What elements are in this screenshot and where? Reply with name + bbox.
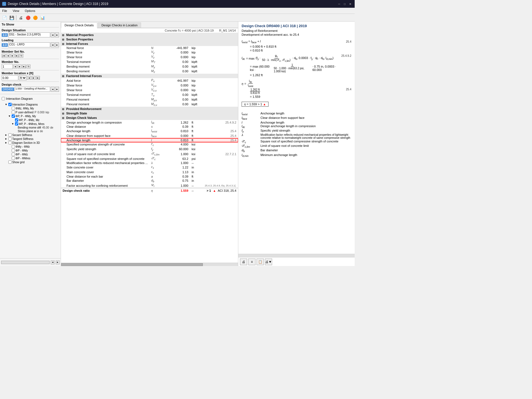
toolbar-btn-3[interactable]: 🖨 — [17, 15, 24, 21]
scroll-right[interactable]: ► — [56, 260, 60, 264]
tree-checkbox-11[interactable] — [12, 149, 15, 152]
member-last[interactable]: ►| — [22, 65, 26, 68]
loading-prev[interactable]: ◄ — [51, 42, 55, 47]
memberset-prev[interactable]: ◄ — [6, 54, 10, 58]
memberset-first[interactable]: |◄ — [2, 54, 6, 58]
toggle-internal-forces[interactable]: ⊟ — [62, 43, 64, 45]
location-last[interactable]: ►| — [36, 76, 40, 80]
scroll-left[interactable]: ◄ — [51, 260, 55, 264]
tree-checkbox-8[interactable] — [8, 137, 12, 140]
tree-item-interaction-diagrams[interactable]: ▼ Interaction Diagrams — [1, 103, 60, 106]
tree-item-phip-phimres2[interactable]: ΦP - ΦMres — [1, 156, 60, 160]
tree-item-diagram-3d[interactable]: ► Diagram Section in 3D — [1, 141, 60, 145]
tree-item-show-grid[interactable]: Show grid — [1, 160, 60, 164]
tree-item-phip-phimz[interactable]: ΦP, P - ΦMz, Mz — [1, 118, 60, 122]
tree-item-phip-phimy[interactable]: ▼ ΦP, P - ΦMy, My — [1, 114, 60, 118]
tree-checkbox-7[interactable] — [8, 133, 12, 137]
memberset-next[interactable]: ► — [11, 54, 14, 58]
right-toolbar-btn-1[interactable]: 🖨 — [240, 259, 247, 265]
tab-design-check-details[interactable]: Design Check Details — [61, 22, 97, 28]
tree-toggle-5[interactable]: ► — [4, 137, 8, 140]
toolbar-btn-1[interactable]: 📄 — [1, 15, 8, 21]
toggle-strength-state[interactable]: ⊟ — [62, 112, 64, 115]
toolbar-btn-5[interactable]: 🟠 — [32, 15, 39, 21]
tree-checkbox-9[interactable] — [8, 141, 12, 144]
memberset-last[interactable]: ►| — [15, 54, 19, 58]
toolbar-btn-4[interactable]: 🔴 — [25, 15, 31, 21]
toggle-factored[interactable]: ⊟ — [62, 75, 64, 78]
toolbar-btn-2[interactable]: 💾 — [8, 15, 15, 21]
tree-item-stress-plane[interactable]: Stress plane ar α de — [1, 129, 60, 133]
toolbar-btn-6[interactable]: 📊 — [39, 15, 46, 21]
tree-item-phip-phimz2[interactable]: ΦP - ΦMz — [1, 152, 60, 156]
memberset-refresh[interactable]: ↻ — [19, 54, 23, 58]
center-h-scrollbar[interactable] — [61, 263, 238, 266]
design-check-prev[interactable]: ◄ — [51, 87, 55, 92]
maximize-button[interactable]: □ — [342, 2, 347, 6]
member-no-input[interactable] — [2, 64, 13, 69]
right-h-scrollbar[interactable] — [238, 254, 355, 257]
tree-item-p-user[interactable]: P user-defined P 0.000 kip — [1, 110, 60, 114]
location-next[interactable]: ► — [32, 76, 35, 80]
menu-options[interactable]: Options — [24, 9, 36, 13]
member-location-input[interactable] — [2, 75, 18, 80]
toggle-section-props[interactable]: ⊟ — [62, 38, 64, 41]
tree-checkbox-1[interactable] — [8, 103, 12, 106]
design-situation-select[interactable]: DS1 - Section 2.3 (LRFD) — [8, 32, 50, 37]
design-situation-prev[interactable]: ◄ — [51, 32, 55, 37]
center-scrollbar-thumb[interactable] — [61, 263, 203, 266]
tree-checkbox-6[interactable] — [15, 122, 18, 126]
tree-checkbox-2[interactable] — [12, 107, 15, 110]
tree-item-phimz-phimy[interactable]: ΦMz, ΦMy, My — [1, 106, 60, 110]
section-internal-forces[interactable]: ⊟ Internal Forces — [61, 42, 238, 46]
location-unit-select[interactable]: ft — [19, 75, 27, 80]
section-factored-forces[interactable]: ⊟ Factored Internal Forces — [61, 74, 238, 78]
design-situation-next[interactable]: ► — [55, 32, 59, 37]
tree-checkbox-12[interactable] — [12, 153, 15, 156]
location-prev[interactable]: ◄ — [27, 76, 31, 80]
tree-toggle-2[interactable]: ▼ — [8, 114, 11, 118]
tree-item-tangent[interactable]: ► Tangent Stiffness — [1, 137, 60, 141]
minimize-button[interactable]: ─ — [337, 2, 341, 6]
tree-item-phip-phimy2[interactable]: ΦP - ΦMy — [1, 149, 60, 152]
toggle-material[interactable]: ⊟ — [62, 34, 64, 37]
toggle-design-check-values[interactable]: ⊟ — [62, 117, 64, 119]
member-next[interactable]: ► — [18, 65, 22, 68]
section-strength-state[interactable]: ⊟ Strength State — [61, 111, 238, 116]
tree-checkbox-14[interactable] — [8, 160, 12, 164]
tree-item-secant[interactable]: ► Secant Stiffness — [1, 133, 60, 137]
tree-item-phimy-phimz[interactable]: ΦMy - ΦMz — [1, 145, 60, 149]
tree-checkbox-4[interactable] — [12, 114, 15, 118]
section-section-properties[interactable]: ⊟ Section Properties — [61, 37, 238, 42]
tree-toggle-6[interactable]: ► — [4, 141, 8, 144]
section-design-check-values[interactable]: ⊟ Design Check Values — [61, 116, 238, 120]
right-toolbar-btn-3[interactable]: 📋 — [257, 259, 264, 265]
loading-select[interactable]: CO1 - LRFD — [8, 42, 50, 47]
member-prev[interactable]: ◄ — [13, 65, 17, 68]
tree-toggle-1[interactable]: ▼ — [4, 103, 8, 106]
design-check-select[interactable]: 1.559 ↑ Detailing of Reinfor... — [15, 87, 50, 92]
tree-toggle-4[interactable]: ► — [4, 133, 8, 137]
tree-item-phip-phimres[interactable]: ▼ ΦP, P - ΦMres, Mres — [1, 122, 60, 126]
tree-checkbox-3[interactable] — [12, 111, 15, 114]
right-toolbar-btn-2[interactable]: ≡ — [248, 259, 255, 265]
tab-design-checks-location[interactable]: Design Checks in Location — [98, 22, 141, 28]
loading-next[interactable]: ► — [55, 42, 59, 47]
interaction-diagram-checkbox[interactable] — [2, 97, 5, 100]
tree-checkbox-10[interactable] — [12, 145, 15, 148]
toggle-provided-reinf[interactable]: ⊟ — [62, 108, 64, 111]
tree-toggle-3[interactable]: ▼ — [11, 122, 14, 126]
menu-file[interactable]: File — [1, 9, 8, 13]
design-check-next[interactable]: ► — [55, 87, 59, 92]
h-scrollbar[interactable] — [1, 261, 50, 264]
section-material-properties[interactable]: ⊟ Material Properties — [61, 33, 238, 37]
tree-checkbox-5[interactable] — [15, 118, 18, 122]
member-refresh[interactable]: ↻ — [27, 65, 30, 68]
section-provided-reinforcement[interactable]: ⊟ Provided Reinforcement — [61, 107, 238, 111]
tree-item-bending-moment[interactable]: Bending mome αM 45.00 de — [1, 126, 60, 129]
menu-view[interactable]: View — [12, 9, 21, 13]
right-toolbar-btn-4[interactable]: 🖨▼ — [265, 259, 272, 265]
row-c1: Side concrete cover c1 1.22 in — [61, 165, 238, 170]
close-window-button[interactable]: ✕ — [348, 2, 352, 6]
tree-checkbox-13[interactable] — [12, 157, 15, 160]
